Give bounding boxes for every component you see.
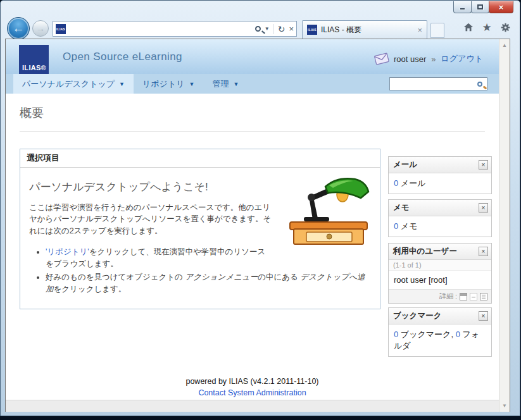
separator-glyph: »: [431, 54, 436, 64]
browser-toolbar: ← → ILIAS ▼ ↻ × ILIAS ILIAS - 概要 ×: [1, 20, 520, 39]
folder-count-link[interactable]: 0: [456, 330, 460, 339]
scroll-up-arrow-icon[interactable]: ▲: [499, 42, 510, 48]
contact-admin-link[interactable]: Contact System Administration: [198, 388, 306, 397]
back-arrow-icon: ←: [13, 22, 25, 35]
detail-level-2-button[interactable]: [470, 293, 477, 300]
tab-title: ILIAS - 概要: [321, 25, 413, 35]
list-item-text: の中にある: [258, 273, 300, 281]
username-label: root user: [394, 54, 426, 64]
user-area: root user » ログアウト: [375, 53, 483, 65]
browser-tab[interactable]: ILIAS ILIAS - 概要 ×: [302, 20, 427, 39]
search-icon[interactable]: [255, 26, 261, 32]
chevron-down-icon: ▼: [233, 81, 239, 87]
maximize-button[interactable]: [471, 1, 489, 13]
scroll-down-arrow-icon[interactable]: ▼: [499, 403, 510, 409]
panel-header: 選択項目: [20, 149, 380, 168]
main-navigation: パーソナルデスクトップ ▼ リポジトリ ▼ 管理 ▼: [6, 74, 499, 94]
star-icon: ★: [482, 21, 491, 34]
mail-count-label: メール: [401, 178, 426, 188]
browser-viewport: ILIAS® Open Source eLearning root user »…: [5, 39, 510, 412]
block-header: ブックマーク ×: [389, 308, 491, 324]
block-footer: 詳細 :: [389, 289, 491, 303]
vertical-scrollbar[interactable]: ▲ ▼: [499, 39, 510, 412]
detail-level-3-button[interactable]: [480, 293, 487, 300]
details-label: 詳細 :: [439, 292, 457, 301]
favorites-button[interactable]: ★: [481, 22, 493, 33]
gear-icon: [500, 22, 511, 33]
bookmarks-block: ブックマーク × 0 ブックマーク, 0 フォルダ: [388, 307, 492, 357]
page-title: 概要: [20, 105, 44, 121]
detail-level-1-button[interactable]: [460, 293, 467, 300]
minimize-icon: [460, 8, 465, 10]
close-button[interactable]: ×: [489, 1, 513, 13]
mail-block: メール × 0 メール: [388, 156, 492, 194]
notes-block: メモ × 0 メモ: [388, 199, 492, 237]
address-input[interactable]: [68, 25, 253, 34]
block-content: 0 ブックマーク, 0 フォルダ: [389, 324, 491, 356]
new-tab-button[interactable]: [430, 23, 444, 38]
tools-button[interactable]: [499, 22, 511, 33]
divider: [273, 24, 274, 34]
maximize-icon: [477, 4, 483, 9]
home-button[interactable]: [463, 22, 474, 33]
site-header: ILIAS® Open Source eLearning root user »…: [6, 39, 499, 74]
powered-by-text: powered by ILIAS (v4.2.1 2011-11-10): [6, 377, 499, 386]
block-close-button[interactable]: ×: [479, 311, 488, 321]
nav-item-repository[interactable]: リポジトリ ▼: [134, 74, 203, 94]
notes-count-link[interactable]: 0: [394, 221, 398, 231]
block-close-button[interactable]: ×: [479, 247, 488, 256]
block-close-button[interactable]: ×: [479, 160, 488, 170]
mail-count-link[interactable]: 0: [394, 178, 398, 188]
ilias-logo[interactable]: ILIAS®: [19, 45, 49, 74]
block-header: メール ×: [389, 157, 491, 173]
notes-count-label: メモ: [401, 221, 418, 231]
page-footer: powered by ILIAS (v4.2.1 2011-11-10) Con…: [6, 377, 499, 397]
active-users-block: 利用中のユーザー × (1-1 of 1) root user [root] 詳…: [388, 243, 492, 304]
browser-action-icons: ★: [463, 22, 511, 33]
back-button[interactable]: ←: [7, 17, 30, 40]
site-search-input[interactable]: [392, 80, 477, 89]
block-header: 利用中のユーザー ×: [389, 244, 491, 260]
home-icon: [463, 22, 474, 33]
title-bar[interactable]: ×: [1, 1, 520, 20]
block-title: メモ: [393, 202, 410, 213]
forward-arrow-icon: →: [36, 23, 45, 34]
ilias-favicon-icon: ILIAS: [56, 24, 66, 34]
nav-item-personal-desktop[interactable]: パーソナルデスクトップ ▼: [13, 74, 134, 94]
block-content: 0 メモ: [389, 216, 491, 237]
block-title: メール: [393, 159, 417, 170]
divider: [20, 131, 485, 132]
site-search-box[interactable]: [389, 77, 487, 90]
address-bar[interactable]: ILIAS ▼ ↻ ×: [53, 21, 297, 37]
list-item: 好みのものを見つけてオブジェクトの アクションメニューの中にある デスクトップへ…: [46, 271, 371, 295]
block-title: ブックマーク: [393, 311, 441, 321]
instruction-list: 'リポジトリ'をクリックして、現在演習中や学習中のリソースをブラウズします。 好…: [46, 246, 371, 295]
nav-item-administration[interactable]: 管理 ▼: [203, 74, 248, 94]
user-entry: root user [root]: [389, 271, 491, 289]
mail-icon[interactable]: [373, 52, 389, 66]
logout-link[interactable]: ログアウト: [441, 53, 483, 65]
address-bar-controls: ▼ ↻ ×: [255, 24, 294, 34]
repository-link[interactable]: 'リポジトリ': [46, 247, 89, 256]
status-bar: [6, 400, 499, 412]
block-close-button[interactable]: ×: [479, 203, 488, 213]
search-icon[interactable]: [477, 82, 482, 87]
desk-lamp-illustration: [281, 175, 371, 246]
refresh-button[interactable]: ↻: [278, 25, 286, 34]
selected-items-panel: 選択項目: [20, 149, 380, 309]
tab-close-button[interactable]: ×: [417, 26, 422, 34]
stop-button[interactable]: ×: [289, 25, 294, 33]
site-tagline: Open Source eLearning: [63, 51, 182, 63]
block-header: メモ ×: [389, 200, 491, 216]
minimize-button[interactable]: [453, 1, 472, 13]
chevron-down-icon: ▼: [119, 81, 125, 87]
tab-favicon-icon: ILIAS: [307, 25, 317, 35]
search-dropdown-icon[interactable]: ▼: [265, 26, 270, 32]
block-content: 0 メール: [389, 173, 491, 194]
bookmark-count-link[interactable]: 0: [394, 330, 398, 339]
main-content: 概要 選択項目: [6, 94, 499, 400]
nav-item-label: パーソナルデスクトップ: [22, 78, 115, 90]
nav-item-label: 管理: [212, 78, 229, 90]
forward-button[interactable]: →: [32, 20, 49, 37]
desktop-background: × ← → ILIAS ▼ ↻ × ILIAS ILIAS - 概要: [0, 0, 521, 420]
